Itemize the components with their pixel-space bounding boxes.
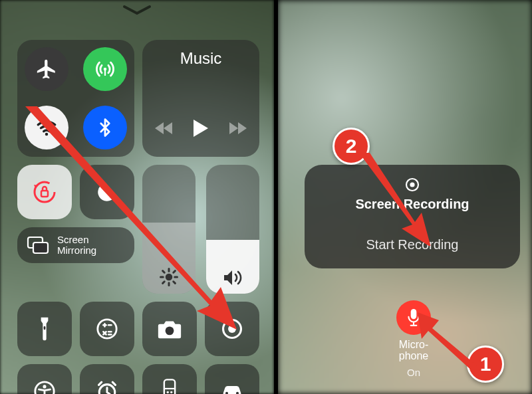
camera-icon (156, 318, 183, 340)
do-not-disturb-toggle[interactable] (80, 165, 134, 219)
svg-point-42 (410, 182, 414, 187)
svg-point-27 (228, 325, 236, 333)
remote-icon (163, 379, 176, 394)
svg-point-2 (45, 133, 49, 136)
cellular-icon (94, 58, 116, 80)
moon-icon (94, 179, 120, 205)
accessibility-icon (33, 380, 56, 394)
svg-rect-1 (104, 69, 106, 76)
cellular-data-toggle[interactable] (83, 47, 127, 91)
rotation-lock-icon (30, 177, 59, 207)
alarm-icon (95, 380, 119, 394)
svg-line-12 (163, 282, 165, 284)
apple-tv-remote-button[interactable] (142, 364, 197, 394)
screen-mirroring-icon (27, 236, 49, 254)
screen-recording-card: Screen Recording Start Recording (305, 165, 520, 268)
microphone-toggle[interactable] (396, 300, 431, 335)
microphone-label: Micro- phone (388, 339, 439, 361)
start-recording-button[interactable]: Start Recording (366, 237, 459, 252)
flashlight-button[interactable] (17, 302, 72, 356)
record-icon (404, 177, 420, 193)
svg-point-25 (166, 326, 174, 335)
alarm-button[interactable] (80, 364, 134, 394)
play-icon[interactable] (192, 118, 209, 138)
screen-mirroring-label: Screen Mirroring (57, 235, 96, 256)
forward-icon[interactable] (228, 121, 247, 136)
svg-line-13 (174, 271, 176, 273)
volume-slider[interactable] (206, 165, 259, 294)
wifi-toggle[interactable] (25, 106, 68, 149)
music-card[interactable]: Music (142, 40, 259, 157)
orientation-lock-toggle[interactable] (17, 165, 72, 219)
svg-point-34 (170, 391, 172, 393)
calculator-icon (96, 318, 118, 340)
svg-rect-16 (44, 326, 46, 330)
record-icon (221, 318, 243, 340)
screen-recording-panel: Screen Recording Start Recording Micro- … (278, 0, 532, 394)
wifi-icon (35, 116, 58, 139)
bluetooth-icon (95, 118, 115, 138)
microphone-icon (406, 308, 422, 327)
airplane-icon (35, 58, 58, 80)
camera-button[interactable] (142, 302, 197, 356)
svg-point-5 (166, 274, 173, 281)
svg-point-17 (98, 320, 116, 338)
svg-point-3 (35, 182, 55, 202)
controls-grid (17, 302, 259, 394)
accessibility-button[interactable] (17, 364, 72, 394)
svg-point-29 (43, 385, 46, 388)
speaker-icon (222, 268, 243, 287)
svg-rect-4 (41, 191, 48, 197)
screen-record-button[interactable] (205, 302, 259, 356)
flashlight-icon (34, 316, 55, 342)
svg-rect-43 (411, 309, 417, 319)
svg-line-10 (163, 271, 165, 273)
connectivity-card (17, 40, 134, 157)
chevron-down-icon[interactable] (122, 4, 152, 20)
annotation-step-1: 1 (467, 345, 504, 383)
svg-rect-31 (164, 379, 175, 394)
svg-point-33 (167, 391, 169, 393)
control-center-panel: Music (0, 0, 274, 394)
svg-rect-15 (33, 243, 48, 253)
sun-icon (159, 267, 179, 287)
microphone-state: On (388, 367, 439, 378)
annotation-step-2: 2 (332, 128, 370, 165)
recording-title: Screen Recording (355, 197, 469, 212)
rewind-icon[interactable] (155, 121, 174, 136)
bluetooth-toggle[interactable] (83, 106, 127, 149)
airplane-mode-toggle[interactable] (25, 47, 68, 91)
brightness-slider[interactable] (142, 165, 196, 294)
driving-mode-button[interactable] (205, 364, 259, 394)
music-title: Music (180, 49, 222, 68)
screen-mirroring-button[interactable]: Screen Mirroring (17, 227, 134, 263)
calculator-button[interactable] (80, 302, 134, 356)
svg-line-11 (174, 282, 176, 284)
car-icon (219, 382, 245, 394)
